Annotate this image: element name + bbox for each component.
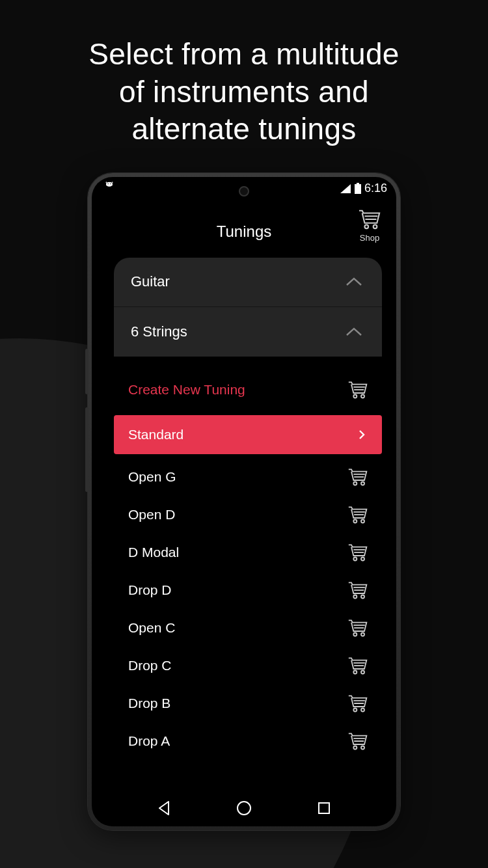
- marketing-headline: Select from a multitude of instruments a…: [0, 0, 488, 148]
- svg-point-11: [353, 394, 357, 398]
- status-left: [103, 181, 115, 196]
- svg-point-45: [237, 802, 251, 815]
- phone-side-button: [85, 349, 88, 394]
- svg-point-40: [361, 708, 364, 711]
- dropdown-label: 6 Strings: [131, 323, 187, 340]
- instrument-dropdown[interactable]: Guitar: [114, 258, 382, 307]
- tuning-label: Drop C: [128, 658, 172, 673]
- svg-point-15: [353, 481, 357, 485]
- svg-point-36: [361, 670, 364, 673]
- svg-point-2: [110, 183, 111, 184]
- signal-icon: [340, 183, 351, 194]
- cart-icon: [357, 208, 382, 230]
- nav-home-button[interactable]: [236, 800, 252, 817]
- svg-rect-3: [355, 184, 361, 194]
- svg-point-7: [364, 224, 368, 228]
- phone-camera: [239, 186, 249, 197]
- android-nav-bar: [92, 790, 396, 826]
- tuning-list: Create New Tuning Standard Open G: [114, 368, 382, 760]
- phone-screen: 6:16 Tunings Shop Guitar: [92, 177, 396, 826]
- svg-point-23: [353, 557, 357, 560]
- tuning-row[interactable]: Drop D: [114, 571, 382, 609]
- tuning-row[interactable]: Drop B: [114, 685, 382, 722]
- page-title: Tunings: [106, 212, 382, 241]
- svg-rect-4: [357, 183, 359, 184]
- svg-point-0: [107, 182, 113, 187]
- dropdown-stack: Guitar 6 Strings: [114, 258, 382, 357]
- chevron-right-icon: [359, 429, 365, 440]
- tuning-label: Drop A: [128, 733, 170, 749]
- svg-point-27: [353, 595, 357, 598]
- create-new-tuning-button[interactable]: Create New Tuning: [114, 368, 382, 411]
- tuning-label: Drop B: [128, 696, 170, 711]
- tuning-row[interactable]: Drop A: [114, 722, 382, 760]
- svg-point-12: [361, 394, 364, 398]
- tuning-row[interactable]: Drop C: [114, 647, 382, 685]
- cart-icon: [347, 467, 369, 487]
- cart-icon: [347, 618, 369, 638]
- tuning-row[interactable]: Open G: [114, 458, 382, 496]
- svg-rect-46: [319, 803, 329, 813]
- tuning-row-selected[interactable]: Standard: [114, 415, 382, 454]
- tuning-row[interactable]: Open D: [114, 496, 382, 534]
- marketing-line: Select from a multitude: [88, 37, 399, 71]
- app-header: Tunings Shop: [92, 200, 396, 245]
- nav-back-button[interactable]: [157, 800, 171, 816]
- svg-point-43: [353, 746, 357, 749]
- svg-point-35: [353, 670, 357, 673]
- tuning-label: D Modal: [128, 545, 179, 560]
- svg-point-24: [361, 557, 364, 560]
- status-right: 6:16: [340, 182, 387, 195]
- cart-icon: [347, 656, 369, 675]
- svg-point-39: [353, 708, 357, 711]
- cart-icon: [347, 380, 369, 400]
- svg-point-8: [373, 224, 377, 228]
- svg-point-16: [361, 481, 364, 485]
- tuning-label: Open G: [128, 469, 176, 485]
- cart-icon: [347, 731, 369, 751]
- tuning-label: Open C: [128, 620, 175, 636]
- svg-point-28: [361, 595, 364, 598]
- chevron-up-icon: [346, 277, 362, 287]
- svg-point-20: [361, 519, 364, 522]
- tuning-row[interactable]: D Modal: [114, 534, 382, 571]
- cart-icon: [347, 543, 369, 562]
- strings-dropdown[interactable]: 6 Strings: [114, 307, 382, 357]
- svg-point-1: [107, 183, 108, 184]
- status-time: 6:16: [364, 182, 387, 195]
- nav-recent-button[interactable]: [317, 801, 331, 815]
- marketing-line: alternate tunings: [131, 112, 356, 146]
- chevron-up-icon: [346, 327, 362, 337]
- cart-icon: [347, 505, 369, 524]
- dropdown-label: Guitar: [131, 273, 170, 290]
- svg-point-32: [361, 632, 364, 636]
- svg-point-31: [353, 632, 357, 636]
- tuning-label: Open D: [128, 507, 175, 522]
- battery-icon: [354, 183, 362, 195]
- phone-side-button: [85, 407, 88, 492]
- create-label: Create New Tuning: [128, 382, 245, 398]
- svg-point-44: [361, 746, 364, 749]
- cart-icon: [347, 694, 369, 713]
- shop-button[interactable]: Shop: [357, 208, 382, 243]
- content-area: Guitar 6 Strings Create New Tuning: [92, 245, 396, 760]
- tuning-label: Drop D: [128, 582, 172, 598]
- phone-frame: 6:16 Tunings Shop Guitar: [88, 173, 400, 830]
- shop-label: Shop: [360, 233, 379, 243]
- svg-point-19: [353, 519, 357, 522]
- tuning-label: Standard: [128, 427, 183, 442]
- cart-icon: [347, 580, 369, 600]
- tuning-row[interactable]: Open C: [114, 609, 382, 647]
- marketing-line: of instruments and: [119, 75, 369, 109]
- android-icon: [103, 181, 115, 193]
